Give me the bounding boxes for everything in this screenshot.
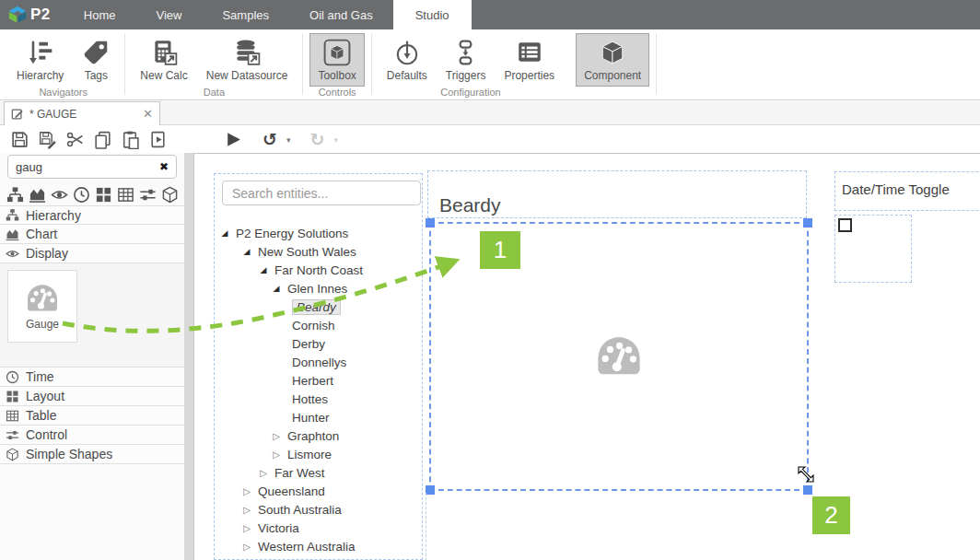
control-section-icon (6, 428, 19, 442)
tree-item[interactable]: Herbert (216, 371, 419, 390)
section-table[interactable]: Table (0, 406, 184, 426)
tree-item[interactable]: Hunter (216, 408, 419, 426)
paste-button[interactable] (118, 128, 142, 150)
tag-icon (82, 39, 110, 66)
preview-button[interactable] (146, 128, 169, 150)
redo-dropdown-icon[interactable]: ▾ (334, 135, 339, 145)
table-section-icon (6, 409, 19, 423)
new-datasource-button[interactable]: New Datasource (198, 33, 297, 87)
entity-search-input[interactable] (222, 181, 421, 205)
tree-item[interactable]: Graphton (216, 426, 419, 445)
tree-item-selected[interactable]: Beardy (216, 298, 419, 316)
menu-tab-studio[interactable]: Studio (393, 0, 472, 29)
section-chart[interactable]: Chart (0, 225, 184, 244)
filter-control-icon[interactable] (136, 185, 158, 204)
tree-item[interactable]: Donnellys (216, 353, 419, 371)
toolbox-search-input[interactable] (16, 160, 159, 174)
filter-hierarchy-icon[interactable] (4, 185, 26, 204)
section-control[interactable]: Control (0, 426, 184, 445)
toolbox-button[interactable]: Toolbox (309, 33, 364, 87)
close-icon[interactable]: ✕ (143, 107, 153, 121)
tree-expander-icon[interactable] (270, 431, 283, 441)
document-tab-gauge[interactable]: * GAUGE ✕ (4, 101, 160, 125)
section-time[interactable]: Time (0, 368, 184, 387)
filter-chart-icon[interactable] (26, 185, 48, 204)
design-canvas[interactable]: P2 Energy Solutions New South Wales Far … (193, 153, 980, 560)
filter-clock-icon[interactable] (70, 185, 92, 204)
ribbon-group-label: Controls (319, 87, 356, 100)
tree-expander-icon[interactable] (240, 247, 253, 256)
tree-item[interactable]: South Australia (216, 500, 419, 519)
tree-item[interactable]: Derby (216, 334, 419, 353)
filter-table-icon[interactable] (114, 185, 136, 204)
tree-expander-icon[interactable] (240, 542, 253, 552)
component-button[interactable]: Component (576, 33, 649, 87)
save-icon (10, 130, 29, 149)
defaults-button[interactable]: Defaults (379, 33, 436, 87)
p2-logo-icon (7, 5, 28, 25)
tags-button[interactable]: Tags (74, 33, 118, 87)
gauge-toolbox-item[interactable]: Gauge (7, 270, 77, 343)
menu-item-oil-and-gas[interactable]: Oil and Gas (289, 0, 393, 29)
section-hierarchy[interactable]: Hierarchy (0, 205, 184, 225)
section-layout[interactable]: Layout (0, 387, 184, 406)
display-section-icon (6, 247, 19, 261)
menu-item-home[interactable]: Home (64, 0, 136, 29)
tree-expander-icon[interactable] (270, 284, 283, 293)
filter-eye-icon[interactable] (48, 185, 70, 204)
tree-expander-icon[interactable] (240, 505, 253, 515)
clear-search-icon[interactable]: ✖ (159, 160, 169, 173)
tree-expander-icon[interactable] (257, 265, 270, 274)
tree-item[interactable]: P2 Energy Solutions (216, 224, 419, 242)
tree-item[interactable]: Glen Innes (216, 279, 419, 298)
filter-shapes-icon[interactable] (158, 185, 181, 204)
save-edit-button[interactable] (35, 128, 59, 150)
section-simple-shapes[interactable]: Simple Shapes (0, 445, 184, 464)
tree-item[interactable]: New South Wales (216, 242, 419, 261)
menu-item-view[interactable]: View (135, 0, 202, 29)
time-section-icon (6, 370, 19, 384)
tree-item[interactable]: Lismore (216, 445, 419, 463)
ribbon-group-data: New Calc New Datasource Data (125, 29, 302, 99)
ribbon-group-navigators: Hierarchy Tags Navigators (2, 29, 124, 99)
container-outline-fragment (426, 493, 426, 560)
tree-item[interactable]: Hottes (216, 390, 419, 408)
run-button[interactable] (221, 128, 245, 150)
copy-button[interactable] (90, 128, 114, 150)
tree-item[interactable]: Far North Coast (216, 261, 419, 279)
save-button[interactable] (7, 128, 31, 150)
resize-handle-bottom-left[interactable] (426, 485, 435, 495)
tree-expander-icon[interactable] (240, 486, 253, 496)
redo-button[interactable]: ↻ (306, 128, 330, 150)
hierarchy-section-icon (6, 208, 19, 222)
cut-button[interactable] (63, 128, 87, 150)
undo-dropdown-icon[interactable]: ▾ (286, 135, 291, 145)
tree-item[interactable]: Queensland (216, 482, 419, 500)
ribbon-group-configuration: Defaults Triggers Properties Configurati… (372, 29, 569, 99)
step-badge-2: 2 (812, 496, 850, 534)
resize-handle-top-right[interactable] (803, 218, 812, 228)
datetime-toggle-checkbox[interactable] (838, 218, 852, 232)
cut-icon (65, 130, 85, 149)
tree-item[interactable]: Cornish (216, 316, 419, 334)
toolbox-icon (323, 39, 351, 66)
datetime-toggle-label: Date/Time Toggle (842, 181, 950, 197)
toolbox-sections: Hierarchy Chart Display Gauge Time (0, 205, 184, 464)
hierarchy-icon (27, 39, 54, 66)
tree-expander-icon[interactable] (218, 228, 231, 238)
section-display[interactable]: Display (0, 244, 184, 263)
undo-button[interactable]: ↺ (258, 128, 282, 150)
tree-item[interactable]: Victoria (216, 519, 419, 537)
resize-handle-top-left[interactable] (426, 218, 435, 228)
properties-button[interactable]: Properties (496, 33, 563, 87)
menu-item-samples[interactable]: Samples (202, 0, 289, 29)
filter-layout-icon[interactable] (92, 185, 114, 204)
tree-expander-icon[interactable] (257, 468, 270, 478)
hierarchy-button[interactable]: Hierarchy (8, 33, 72, 87)
triggers-button[interactable]: Triggers (438, 33, 495, 87)
tree-expander-icon[interactable] (270, 449, 283, 460)
tree-expander-icon[interactable] (240, 523, 253, 533)
tree-item[interactable]: Western Australia (216, 537, 419, 555)
new-calc-button[interactable]: New Calc (132, 33, 195, 87)
tree-item[interactable]: Far West (216, 463, 419, 482)
